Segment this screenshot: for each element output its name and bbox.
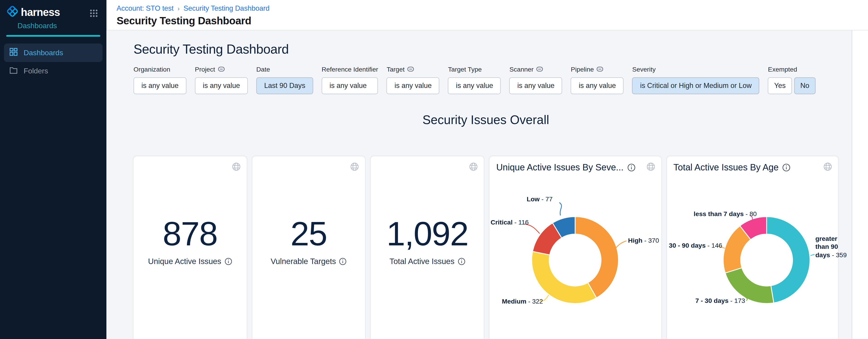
severity-donut-chart[interactable] <box>490 156 661 339</box>
page-header: Account: STO test › Security Testing Das… <box>106 0 868 30</box>
tile-total-active-issues: 1,092 Total Active Issues <box>371 156 484 339</box>
pie-label-less-than-7-days: less than 7 days - 80 <box>694 210 757 217</box>
exempted-yes-button[interactable]: Yes <box>768 77 792 94</box>
stat-label: Vulnerable Targets <box>271 257 336 266</box>
filter-value-button[interactable]: is any value <box>571 77 624 94</box>
brand-name: harness <box>21 6 60 19</box>
pie-label-critical: Critical - 116 <box>491 219 529 226</box>
filter-label: Pipeline <box>571 66 594 73</box>
dashboard-canvas: Security Testing Dashboard <box>106 30 852 339</box>
filter-label: Project <box>195 66 215 73</box>
link-icon <box>536 66 543 72</box>
pie-label-medium: Medium - 322 <box>502 298 543 305</box>
filter-value-button[interactable]: is Critical or High or Medium or Low <box>632 77 760 94</box>
breadcrumb: Account: STO test › Security Testing Das… <box>117 4 868 12</box>
stat-label: Unique Active Issues <box>148 257 221 266</box>
filter-label: Scanner <box>509 66 533 73</box>
page-title: Security Testing Dashboard <box>117 15 868 27</box>
sidebar-item-folders[interactable]: Folders <box>4 62 102 80</box>
filter-label: Organization <box>133 65 186 74</box>
stat-value: 878 <box>133 217 246 251</box>
dashboards-icon <box>9 48 18 57</box>
globe-icon[interactable] <box>232 163 240 173</box>
filter-exempted: Exempted Yes No <box>768 65 815 94</box>
app-viewport: harness Dashboards Dashboards <box>0 0 868 339</box>
filter-value-button[interactable]: is any value <box>509 77 562 94</box>
pie-label-low: Low - 77 <box>527 196 552 203</box>
filter-value-button[interactable]: is any value <box>322 77 378 94</box>
filter-scanner: Scanner is any value <box>509 65 562 94</box>
tile-unique-active-issues: 878 Unique Active Issues <box>133 156 246 339</box>
filter-pipeline: Pipeline is any value <box>571 65 624 94</box>
folder-icon <box>9 66 18 76</box>
sidebar-item-dashboards[interactable]: Dashboards <box>4 43 102 62</box>
filter-date: Date Last 90 Days <box>256 65 313 94</box>
pie-label-greater-than-90-days: greater than 90 days - 359 <box>815 235 851 259</box>
filter-project: Project is any value <box>195 65 248 94</box>
breadcrumb-account-link[interactable]: Account: STO test <box>117 4 174 12</box>
tile-total-active-issues-by-age: Total Active Issues By Age <box>666 156 838 339</box>
filter-label: Severity <box>632 65 760 74</box>
filter-value-button[interactable]: Last 90 Days <box>256 77 313 94</box>
filter-label: Target Type <box>448 65 501 74</box>
filter-value-button[interactable]: is any value <box>448 77 501 94</box>
globe-icon[interactable] <box>469 163 477 173</box>
sidebar-nav: Dashboards Folders <box>0 36 106 80</box>
filter-target: Target is any value <box>386 65 439 94</box>
link-icon <box>597 66 603 72</box>
info-icon[interactable] <box>339 257 347 265</box>
chevron-right-icon: › <box>178 5 180 12</box>
info-icon[interactable] <box>225 257 232 265</box>
scrollbar-track[interactable] <box>852 30 868 339</box>
sidebar: harness Dashboards Dashboards <box>0 0 106 339</box>
stat-label: Total Active Issues <box>390 257 455 266</box>
tile-vulnerable-targets: 25 Vulnerable Targets <box>252 156 365 339</box>
filter-value-button[interactable]: is any value <box>195 77 248 94</box>
stat-value: 1,092 <box>371 217 484 251</box>
harness-logo[interactable]: harness <box>6 4 60 21</box>
globe-icon[interactable] <box>350 163 359 173</box>
link-icon <box>218 66 225 72</box>
filter-severity: Severity is Critical or High or Medium o… <box>632 65 760 94</box>
filter-label: Target <box>386 66 404 73</box>
filter-label: Exempted <box>768 65 815 74</box>
filter-reference-identifier: Reference Identifier is any value <box>322 65 378 94</box>
breadcrumb-page-link[interactable]: Security Testing Dashboard <box>184 4 270 12</box>
filter-label: Date <box>256 65 313 74</box>
exempted-no-button[interactable]: No <box>794 77 815 94</box>
filter-value-button[interactable]: is any value <box>133 77 186 94</box>
stat-value: 25 <box>252 217 365 251</box>
link-icon <box>407 66 414 72</box>
pie-label-30-90-days: 30 - 90 days - 146 <box>669 242 722 249</box>
filter-organization: Organization is any value <box>133 65 186 94</box>
tile-unique-active-issues-by-severity: Unique Active Issues By Seve... <box>490 156 661 339</box>
product-label: Dashboards <box>0 20 106 30</box>
main-column: Account: STO test › Security Testing Das… <box>106 0 868 339</box>
pie-label-high: High - 370 <box>628 237 659 244</box>
dashboard-title: Security Testing Dashboard <box>133 42 838 57</box>
sidebar-item-label: Dashboards <box>24 48 63 57</box>
module-grid-icon[interactable] <box>90 9 98 18</box>
sidebar-item-label: Folders <box>24 66 48 75</box>
filter-target-type: Target Type is any value <box>448 65 501 94</box>
section-title: Security Issues Overall <box>133 113 838 128</box>
tile-row: 878 Unique Active Issues <box>133 156 838 339</box>
info-icon[interactable] <box>458 257 465 265</box>
filter-value-button[interactable]: is any value <box>386 77 439 94</box>
harness-logo-mark-icon <box>6 4 19 21</box>
pie-label-7-30-days: 7 - 30 days - 173 <box>695 297 745 304</box>
filter-bar: Organization is any value Project is any… <box>133 65 838 94</box>
content-row: Security Testing Dashboard <box>106 30 868 339</box>
filter-label: Reference Identifier <box>322 65 378 74</box>
